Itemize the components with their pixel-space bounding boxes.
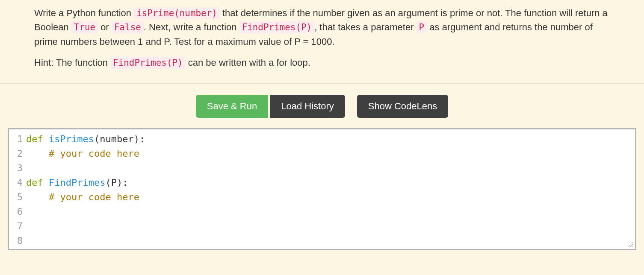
resize-handle-icon[interactable] bbox=[628, 242, 634, 248]
tok-plain: (number): bbox=[94, 134, 145, 144]
instruction-paragraph-2: Hint: The function FindPrimes(P) can be … bbox=[34, 56, 610, 70]
line-number: 4 bbox=[9, 176, 23, 190]
code-isprime: isPrime(number) bbox=[134, 7, 220, 19]
line-number: 5 bbox=[9, 190, 23, 205]
text: can be written with a for loop. bbox=[186, 57, 310, 68]
load-history-button[interactable]: Load History bbox=[270, 95, 345, 118]
code-findprimes: FindPrimes(P) bbox=[239, 21, 315, 33]
text: or bbox=[98, 22, 112, 32]
instruction-paragraph-1: Write a Python function isPrime(number) … bbox=[34, 6, 610, 49]
tok-comment: # your code here bbox=[49, 192, 139, 202]
tok-keyword: def bbox=[26, 177, 43, 188]
text: , that takes a parameter bbox=[314, 22, 416, 32]
show-codelens-button[interactable]: Show CodeLens bbox=[357, 95, 448, 118]
code-false: False bbox=[112, 21, 144, 33]
tok-comment: # your code here bbox=[49, 148, 139, 159]
line-number: 6 bbox=[9, 205, 23, 219]
tok-function: FindPrimes bbox=[43, 177, 106, 188]
tok-keyword: def bbox=[26, 134, 43, 144]
code-true: True bbox=[71, 21, 98, 33]
save-run-button[interactable]: Save & Run bbox=[196, 95, 268, 118]
line-number-gutter: 1 2 3 4 5 6 7 8 bbox=[9, 129, 25, 249]
line-number: 2 bbox=[9, 146, 23, 161]
tok-indent bbox=[26, 148, 49, 159]
code-editor[interactable]: 1 2 3 4 5 6 7 8 def isPrimes(number): # … bbox=[8, 128, 636, 250]
instructions-block: Write a Python function isPrime(number) … bbox=[0, 0, 644, 83]
line-number: 8 bbox=[9, 234, 23, 248]
tok-plain: (P): bbox=[105, 177, 128, 188]
code-findprimes-hint: FindPrimes(P) bbox=[110, 57, 186, 69]
page-root: Write a Python function isPrime(number) … bbox=[0, 0, 644, 250]
toolbar: Save & Run Load History Show CodeLens bbox=[0, 83, 644, 128]
line-number: 7 bbox=[9, 219, 23, 234]
text: Write a Python function bbox=[34, 8, 134, 18]
tok-indent bbox=[26, 192, 49, 202]
text: Hint: The function bbox=[34, 57, 110, 68]
button-group-run: Save & Run Load History bbox=[196, 95, 345, 118]
line-number: 3 bbox=[9, 161, 23, 176]
code-area[interactable]: def isPrimes(number): # your code here d… bbox=[25, 129, 635, 249]
code-p: P bbox=[417, 21, 427, 33]
tok-function: isPrimes bbox=[43, 134, 94, 144]
text: . Next, write a function bbox=[144, 22, 239, 32]
line-number: 1 bbox=[9, 132, 23, 146]
